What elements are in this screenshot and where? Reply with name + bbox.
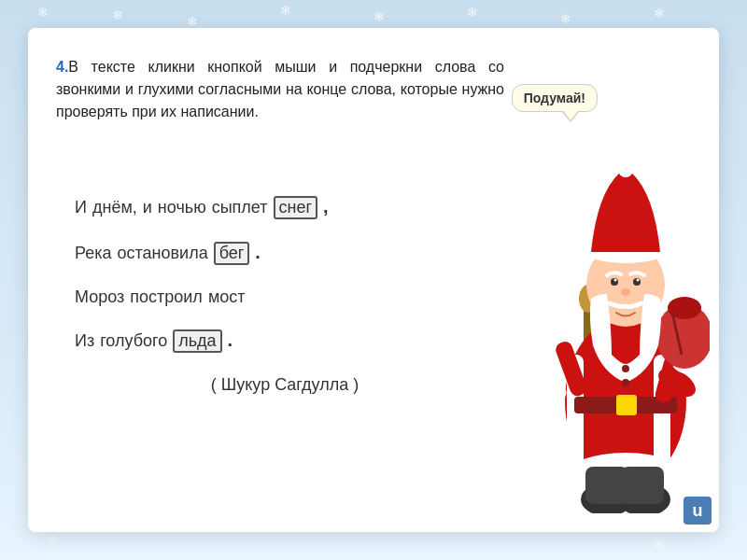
author-text: ( Шукур Сагдулла ) (211, 375, 359, 394)
word[interactable]: ночью (158, 198, 206, 217)
poem-line-4: Из голубого льда . (75, 329, 495, 353)
word-highlighted-beg[interactable]: бег (214, 242, 250, 265)
word[interactable]: Из (75, 331, 94, 351)
ded-moroz-image (528, 112, 710, 513)
period: . (255, 242, 261, 263)
word[interactable]: И (75, 198, 87, 217)
poem-line-2: Река остановила бег . (75, 242, 495, 265)
svg-rect-27 (621, 467, 664, 504)
corner-icon-label: u (693, 501, 703, 521)
instruction-block: 4.В тексте кликни кнопкой мыши и подчерк… (56, 56, 504, 123)
speech-bubble-text: Подумай! (524, 91, 585, 105)
svg-point-28 (622, 379, 629, 386)
word[interactable]: построил (130, 287, 203, 307)
svg-rect-7 (616, 395, 637, 415)
svg-point-23 (621, 288, 630, 296)
poem-line-3: Мороз построил мост (75, 287, 495, 307)
svg-point-12 (543, 384, 569, 405)
instruction-text: 4.В тексте кликни кнопкой мыши и подчерк… (56, 59, 504, 119)
word-highlighted-lda[interactable]: льда (173, 329, 221, 353)
speech-bubble: Подумай! (512, 84, 598, 112)
word[interactable]: остановила (118, 244, 208, 263)
word[interactable]: днём, (92, 198, 137, 217)
word[interactable]: голубого (100, 331, 167, 351)
word[interactable]: сыплет (212, 198, 268, 217)
period: . (228, 329, 233, 351)
svg-point-22 (637, 279, 640, 282)
word[interactable]: и (143, 198, 152, 217)
instruction-number: 4. (56, 59, 68, 75)
word[interactable]: Река (75, 244, 112, 263)
word[interactable]: мост (208, 287, 246, 307)
ded-moroz-area (523, 56, 710, 513)
word[interactable]: Мороз (75, 287, 124, 307)
svg-point-18 (618, 162, 633, 177)
word-highlighted-sneg[interactable]: снег (274, 196, 318, 219)
svg-point-29 (622, 365, 629, 372)
poem-author: ( Шукур Сагдулла ) (75, 375, 495, 395)
poem-line-1: И днём, и ночью сыплет снег, (75, 196, 495, 219)
comma: , (323, 196, 329, 217)
svg-point-21 (614, 279, 617, 282)
poem-block: И днём, и ночью сыплет снег, Река остано… (75, 196, 495, 395)
main-card: 4.В тексте кликни кнопкой мыши и подчерк… (28, 28, 719, 532)
corner-button[interactable]: u (684, 497, 712, 525)
